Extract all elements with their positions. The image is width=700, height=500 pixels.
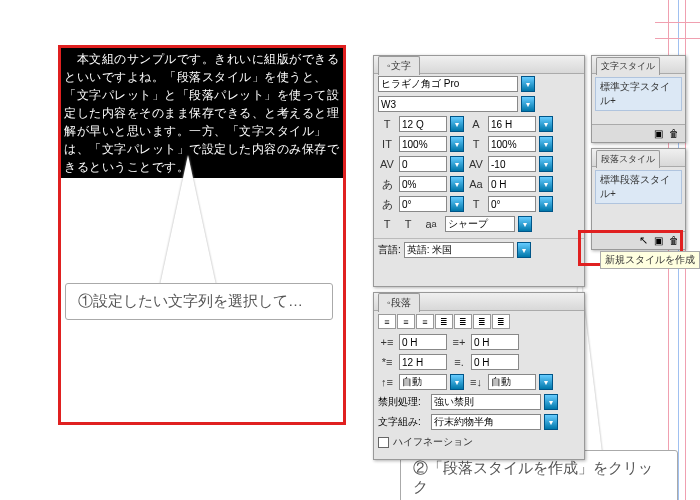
para-styles-tab[interactable]: 段落スタイル [596, 150, 660, 168]
font-weight-field[interactable]: W3 [378, 96, 518, 112]
t2-icon: T [399, 216, 417, 232]
char-styles-tab[interactable]: 文字スタイル [596, 57, 660, 75]
align-right-btn[interactable]: ≡ [416, 314, 434, 329]
after-icon: ≡↓ [467, 374, 485, 390]
baseline-icon: Aa [467, 176, 485, 192]
justify-all-btn[interactable]: ≣ [492, 314, 510, 329]
font-size-field[interactable]: 12 Q [399, 116, 447, 132]
language-dd[interactable]: ▾ [517, 242, 531, 258]
new-style-tooltip: 新規スタイルを作成 [600, 251, 700, 269]
kinsoku-label: 禁則処理: [378, 395, 428, 409]
language-label: 言語: [378, 243, 401, 257]
leading-field[interactable]: 16 H [488, 116, 536, 132]
mojikumi-field[interactable]: 行末約物半角 [431, 414, 541, 430]
first-line-icon: *≡ [378, 354, 396, 370]
align-center-btn[interactable]: ≡ [397, 314, 415, 329]
character-styles-panel[interactable]: 文字スタイル 標準文字スタイル+ ▣ 🗑 [591, 55, 686, 143]
para-styles-tabbar: 段落スタイル [592, 149, 685, 167]
skew-field[interactable]: 0° [399, 196, 447, 212]
drop-field[interactable]: 0 H [471, 354, 519, 370]
char-style-default[interactable]: 標準文字スタイル+ [595, 77, 682, 111]
after-field[interactable]: 自動 [488, 374, 536, 390]
kern-dd[interactable]: ▾ [450, 156, 464, 172]
font-family-dropdown[interactable]: ▾ [521, 76, 535, 92]
language-field[interactable]: 英語: 米国 [404, 242, 514, 258]
char-panel-tab[interactable]: ◦文字 [378, 56, 420, 75]
para-style-default[interactable]: 標準段落スタイル+ [595, 170, 682, 204]
before-field[interactable]: 自動 [399, 374, 447, 390]
kinsoku-field[interactable]: 強い禁則 [431, 394, 541, 410]
tracking-icon: AV [467, 156, 485, 172]
chevron-down-icon: ▾ [526, 100, 530, 109]
para-panel-tabbar: ◦段落 [374, 293, 584, 311]
hyphenate-label: ハイフネーション [393, 435, 473, 449]
new-char-style-icon[interactable]: ▣ [654, 128, 663, 139]
font-family-field[interactable]: ヒラギノ角ゴ Pro [378, 76, 518, 92]
leading-icon: A [467, 116, 485, 132]
paragraph-panel[interactable]: ◦段落 ≡ ≡ ≡ ≣ ≣ ≣ ≣ +≡ 0 H ≡+ 0 H *≡ 12 H … [373, 292, 585, 460]
justify-left-btn[interactable]: ≣ [435, 314, 453, 329]
callout1-leader [160, 155, 216, 285]
rotate-field[interactable]: 0° [488, 196, 536, 212]
char-panel-tabbar: ◦文字 [374, 56, 584, 74]
indent-left-icon: +≡ [378, 334, 396, 350]
chevron-down-icon: ▾ [526, 80, 530, 89]
before-dd[interactable]: ▾ [450, 374, 464, 390]
skew-dd[interactable]: ▾ [450, 196, 464, 212]
tsume-dd[interactable]: ▾ [450, 176, 464, 192]
align-left-btn[interactable]: ≡ [378, 314, 396, 329]
indent-left-field[interactable]: 0 H [399, 334, 447, 350]
kinsoku-dd[interactable]: ▾ [544, 394, 558, 410]
kern-icon: AV [378, 156, 396, 172]
vscale-dd[interactable]: ▾ [539, 136, 553, 152]
justify-right-btn[interactable]: ≣ [473, 314, 491, 329]
vscale-field[interactable]: 100% [488, 136, 536, 152]
para-panel-tab[interactable]: ◦段落 [378, 293, 420, 312]
leading-dd[interactable]: ▾ [539, 116, 553, 132]
after-dd[interactable]: ▾ [539, 374, 553, 390]
callout-step2-text: ②「段落スタイルを作成」をクリック [413, 459, 653, 495]
mojikumi-dd[interactable]: ▾ [544, 414, 558, 430]
size-icon: T [378, 116, 396, 132]
rotate-icon: T [467, 196, 485, 212]
rotate-dd[interactable]: ▾ [539, 196, 553, 212]
hscale-icon: IT [378, 136, 396, 152]
font-size-dd[interactable]: ▾ [450, 116, 464, 132]
delete-char-style-icon[interactable]: 🗑 [669, 128, 679, 139]
skew-icon: あ [378, 196, 396, 212]
mojikumi-label: 文字組み: [378, 415, 428, 429]
t-icon: T [378, 216, 396, 232]
before-icon: ↑≡ [378, 374, 396, 390]
tsume-field[interactable]: 0% [399, 176, 447, 192]
tracking-dd[interactable]: ▾ [539, 156, 553, 172]
drop-icon: ≡. [450, 354, 468, 370]
indent-right-field[interactable]: 0 H [471, 334, 519, 350]
callout-step1: ①設定したい文字列を選択して… [65, 283, 333, 320]
baseline-field[interactable]: 0 H [488, 176, 536, 192]
justify-center-btn[interactable]: ≣ [454, 314, 472, 329]
aa-icon: aa [420, 216, 442, 232]
character-panel[interactable]: ◦文字 ヒラギノ角ゴ Pro ▾ W3 ▾ T 12 Q ▾ A 16 H ▾ … [373, 55, 585, 287]
hyphenate-checkbox[interactable] [378, 437, 389, 448]
vscale-icon: T [467, 136, 485, 152]
type-method-dd[interactable]: ▾ [518, 216, 532, 232]
kern-field[interactable]: 0 [399, 156, 447, 172]
callout-step1-text: ①設定したい文字列を選択して… [78, 292, 303, 309]
tsume-icon: あ [378, 176, 396, 192]
hscale-dd[interactable]: ▾ [450, 136, 464, 152]
char-styles-tabbar: 文字スタイル [592, 56, 685, 74]
font-weight-dropdown[interactable]: ▾ [521, 96, 535, 112]
indent-right-icon: ≡+ [450, 334, 468, 350]
type-method-field[interactable]: シャープ [445, 216, 515, 232]
alignment-row: ≡ ≡ ≡ ≣ ≣ ≣ ≣ [374, 311, 584, 332]
baseline-dd[interactable]: ▾ [539, 176, 553, 192]
first-line-field[interactable]: 12 H [399, 354, 447, 370]
tracking-field[interactable]: -10 [488, 156, 536, 172]
hscale-field[interactable]: 100% [399, 136, 447, 152]
